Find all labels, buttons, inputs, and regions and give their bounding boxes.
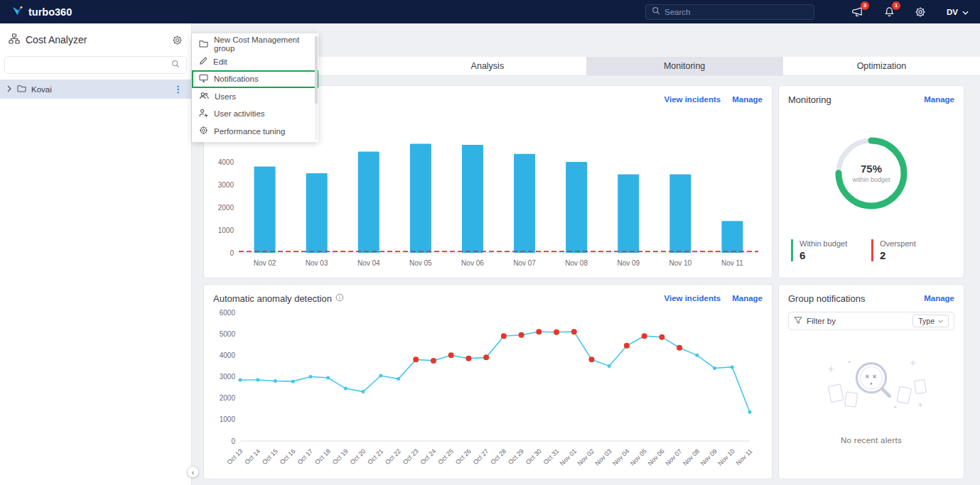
menu-item-performance-tuning[interactable]: Performance tuning [192,123,318,141]
view-incidents-link[interactable]: View incidents [664,294,721,303]
empty-state-text: No recent alerts [841,436,902,445]
manage-link[interactable]: Manage [732,95,763,104]
svg-text:Nov 09: Nov 09 [617,259,640,267]
svg-text:within budget: within budget [851,176,890,183]
anomaly-card-title: Automatic anomaly detection [213,293,332,304]
gear-icon [199,126,208,136]
svg-text:4000: 4000 [218,158,235,166]
svg-text:Nov 10: Nov 10 [716,447,736,467]
brand-logo[interactable]: turbo360 [11,6,72,18]
users-icon [199,92,209,101]
svg-text:2000: 2000 [220,394,236,402]
context-menu: New Cost Management group Edit Notificat… [192,33,318,142]
anomaly-card: Automatic anomaly detection View inciden… [203,284,772,479]
notifications-filter-row: Filter by Type [788,312,954,330]
svg-text:Nov 11: Nov 11 [735,447,754,467]
svg-text:Nov 07: Nov 07 [664,447,683,467]
monitoring-card: Monitoring Manage 75%within budget Withi… [778,85,964,278]
funnel-icon [794,317,802,326]
svg-text:Oct 20: Oct 20 [349,447,367,466]
legend-value: 6 [799,249,871,261]
menu-item-notifications[interactable]: Notifications [192,70,318,88]
tab-optimization[interactable]: Optimization [783,57,980,75]
menu-scrollbar-thumb[interactable] [315,36,318,104]
svg-text:Nov 01: Nov 01 [559,447,578,467]
tab-analysis[interactable]: Analysis [389,57,586,75]
no-alerts-empty-state: No recent alerts [788,347,954,445]
tab-label: Analysis [471,61,505,71]
sidebar-title: Cost Analyzer [26,34,166,45]
svg-text:Oct 19: Oct 19 [331,447,350,466]
menu-item-user-activities[interactable]: User activities [192,105,318,123]
legend-within-budget: Within budget 6 [791,239,871,261]
sidebar-search[interactable] [4,56,187,74]
anomaly-line-chart: 0100020003000400050006000Oct 13Oct 14Oct… [213,305,763,472]
svg-text:6000: 6000 [220,309,236,317]
search-icon [171,60,180,70]
monitoring-card-title: Monitoring [788,94,831,105]
chevron-right-icon[interactable] [6,85,12,94]
global-search-input[interactable] [664,8,808,16]
svg-text:Oct 23: Oct 23 [402,447,420,466]
svg-text:Nov 11: Nov 11 [721,259,743,267]
svg-text:1000: 1000 [220,415,236,423]
menu-item-edit[interactable]: Edit [192,53,318,71]
announcements-icon[interactable]: 3 [851,6,864,18]
budget-donut-chart: 75%within budget [788,116,954,230]
svg-text:Oct 25: Oct 25 [436,447,455,466]
menu-item-label: Edit [213,58,227,66]
menu-item-label: Users [215,92,236,101]
user-menu[interactable]: DV [947,8,969,16]
tree-item-kovai[interactable]: Kovai ⋮ [0,80,191,99]
tree-item-menu-icon[interactable]: ⋮ [171,84,185,94]
global-search[interactable] [645,4,814,20]
svg-text:Nov 04: Nov 04 [357,259,380,267]
svg-text:Nov 06: Nov 06 [461,259,484,267]
monitor-icon [199,74,208,84]
svg-text:Nov 03: Nov 03 [306,259,328,267]
settings-gear-icon[interactable] [914,6,927,18]
svg-text:Oct 27: Oct 27 [472,447,490,466]
sidebar-gear-icon[interactable] [172,35,183,45]
svg-text:0: 0 [231,437,235,445]
svg-text:Oct 21: Oct 21 [366,447,384,466]
tab-monitoring[interactable]: Monitoring [586,57,783,75]
menu-item-new-cost-group[interactable]: New Cost Management group [192,36,318,53]
pencil-icon [199,57,208,67]
sidebar-search-input[interactable] [11,61,171,70]
menu-item-label: Notifications [214,75,259,83]
sidebar: Cost Analyzer Kovai ⋮ [0,23,192,485]
menu-item-users[interactable]: Users [192,88,318,106]
menu-item-label: Performance tuning [214,127,285,136]
turbo360-logo-icon [11,6,23,18]
svg-text:Nov 07: Nov 07 [513,259,536,267]
legend-overspent: Overspent 2 [871,239,952,261]
svg-text:Nov 05: Nov 05 [629,447,648,467]
manage-link[interactable]: Manage [924,95,954,104]
cost-analyzer-icon [9,33,20,46]
svg-text:Oct 16: Oct 16 [279,447,297,466]
menu-item-label: New Cost Management group [214,36,311,53]
type-filter-dropdown[interactable]: Type [912,315,949,327]
empty-search-illustration [807,347,935,426]
manage-link[interactable]: Manage [732,294,763,303]
svg-text:Oct 31: Oct 31 [542,447,561,466]
svg-text:2000: 2000 [218,204,235,212]
group-notifications-title: Group notifications [788,293,865,304]
svg-text:75%: 75% [861,163,882,175]
svg-text:Nov 06: Nov 06 [647,447,666,467]
svg-text:Oct 28: Oct 28 [489,447,507,466]
svg-text:Nov 05: Nov 05 [409,259,432,267]
group-notifications-card: Group notifications Manage Filter by Typ… [778,284,964,479]
menu-item-label: User activities [214,109,265,118]
svg-text:Oct 14: Oct 14 [243,447,262,466]
legend-label: Within budget [799,239,871,248]
view-incidents-link[interactable]: View incidents [664,95,721,104]
manage-link[interactable]: Manage [924,294,954,303]
info-icon[interactable] [335,293,344,304]
tab-label: Monitoring [664,61,705,71]
notifications-bell-icon[interactable]: 1 [883,6,895,18]
user-initials: DV [947,8,958,16]
svg-text:5000: 5000 [220,330,236,338]
sidebar-collapse-button[interactable]: ‹ [187,466,199,478]
